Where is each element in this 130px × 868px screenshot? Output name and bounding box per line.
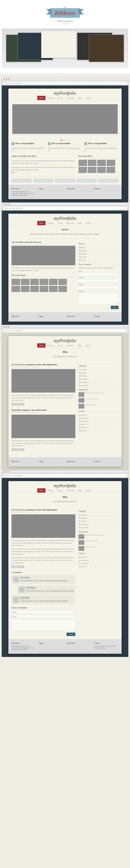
thumb[interactable] [106,167,115,173]
nav-portfolio[interactable]: Portfolio [45,343,56,348]
social-icon[interactable] [18,448,21,451]
submit-button[interactable]: Submit [67,632,75,636]
nav-contact[interactable]: Contact [83,221,93,225]
comment-author[interactable]: Bruce Banner [21,597,74,599]
nav-blog[interactable]: Blog [76,488,84,493]
nav-home[interactable]: Home [37,488,45,493]
thumb[interactable] [11,279,20,285]
social-icon[interactable] [22,448,24,451]
social-icon[interactable] [11,403,14,406]
nav-service[interactable]: Service [56,96,65,100]
popular-post[interactable]: Sed ut perspiciatis unde omnis iste [78,392,119,397]
send-button[interactable]: Send [111,306,119,309]
slider-dot[interactable] [66,140,67,141]
social-icon[interactable] [18,565,21,568]
nav-home[interactable]: Home [37,221,45,225]
category-item[interactable]: My Portfolio [78,375,119,378]
category-item[interactable]: New Articles [78,514,119,517]
thumb[interactable] [11,286,20,292]
service-item[interactable]: Illustration [78,259,119,262]
comment-email-input[interactable] [11,615,75,618]
nav-blog[interactable]: Blog [76,343,84,348]
nav-showreels[interactable]: Showreels [65,343,76,348]
post-title[interactable]: Nam libero tempore, cum soluta nobis [11,409,75,411]
comment-name-input[interactable] [11,610,75,614]
nav-contact[interactable]: Contact [83,488,93,493]
nav-blog[interactable]: Blog [76,221,84,225]
popular-post[interactable]: Sed ut perspiciatis unde omnis iste [78,534,119,539]
category-item[interactable]: The Particulars [78,378,119,381]
url-bar[interactable]: http://www.myribbons.de [3,207,127,210]
more-link[interactable]: More... [11,172,16,174]
nav-blog[interactable]: Blog [76,96,84,100]
thumb[interactable] [58,286,67,292]
nav-showreels[interactable]: Showreels [65,488,76,493]
nav-service[interactable]: Service [56,221,65,225]
input-name[interactable] [78,273,119,276]
comment-author[interactable]: Bruce Wayne [21,577,74,578]
nav-contact[interactable]: Contact [83,96,93,100]
archive-item[interactable]: January 2011 [78,556,119,559]
thumb[interactable] [78,160,87,166]
category-item[interactable]: About Galleries [78,381,119,384]
thumb[interactable] [30,279,39,285]
zoom-icon[interactable] [8,79,9,80]
zoom-icon[interactable] [8,326,9,328]
slider-dot[interactable] [61,140,62,141]
input-message[interactable] [78,292,119,304]
category-item[interactable]: Uncategorized [78,384,119,387]
archive-item[interactable]: December 2010 [78,559,119,562]
social-icon[interactable] [11,565,14,568]
thumb[interactable] [49,279,58,285]
nav-portfolio[interactable]: Portfolio [45,221,56,225]
archive-item[interactable]: January 2011 [78,414,119,417]
comment-author[interactable]: Sed Diamanty [26,587,74,588]
thumb[interactable] [78,167,87,173]
thumb[interactable] [21,286,30,292]
social-icon[interactable] [15,448,18,451]
popular-post[interactable]: Nam libero tempore [78,546,119,551]
service-item[interactable]: Webdesign [78,246,119,249]
thumb[interactable] [21,279,30,285]
zoom-icon[interactable] [8,204,9,205]
nav-showreels[interactable]: Showreels [65,221,76,225]
post-title[interactable]: At vero eos et accusamus et iusto odio d… [11,363,75,366]
category-item[interactable]: Photography [78,371,119,375]
social-icon[interactable] [18,403,21,406]
popular-post[interactable]: At vero eos et accusam [78,398,119,403]
slider-dot[interactable] [68,140,69,141]
thumb[interactable] [40,279,48,285]
social-icon[interactable] [11,448,14,451]
slider-dot[interactable] [63,140,64,141]
thumb[interactable] [30,286,39,292]
popular-post[interactable]: Nam libero tempore [78,404,119,409]
thumb[interactable] [58,279,67,285]
thumb[interactable] [88,167,96,173]
close-icon[interactable] [3,204,5,205]
nav-portfolio[interactable]: Portfolio [45,96,56,100]
category-item[interactable]: New Articles [78,368,119,371]
nav-service[interactable]: Service [56,488,65,493]
social-icon[interactable] [15,565,18,568]
input-email[interactable] [78,279,119,282]
thumb[interactable] [97,167,106,173]
nav-contact[interactable]: Contact [83,343,93,348]
nav-home[interactable]: Home [37,343,45,348]
input-subject[interactable] [78,286,119,289]
service-item[interactable]: Logo Design [78,255,119,259]
minimize-icon[interactable] [6,471,7,472]
close-icon[interactable] [3,326,5,328]
thumb[interactable] [40,286,48,292]
thumb[interactable] [106,160,115,166]
archive-item[interactable]: November 2010 [78,562,119,565]
close-icon[interactable] [3,471,5,472]
url-bar[interactable]: http://www.myribbons.de [3,474,127,477]
comment-message-input[interactable] [11,619,75,631]
popular-post[interactable]: At vero eos et accusam [78,540,119,545]
category-item[interactable]: The Particulars [78,523,119,526]
social-icon[interactable] [22,565,24,568]
archive-item[interactable]: October 2010 [78,423,119,426]
category-item[interactable]: About Galleries [78,526,119,529]
minimize-icon[interactable] [6,79,7,80]
category-item[interactable]: Photography [78,517,119,520]
